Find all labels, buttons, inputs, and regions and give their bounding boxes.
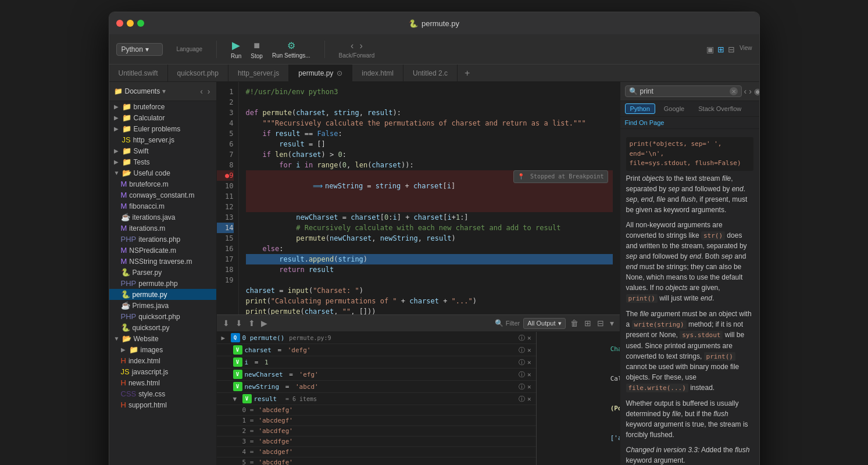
debug-layout-2-button[interactable]: ⊟: [596, 317, 605, 329]
chevron-down-icon: ▾: [558, 320, 562, 327]
run-button[interactable]: ▶ Run: [231, 39, 241, 59]
sidebar-item-iterations-java[interactable]: ☕ iterations.java: [109, 212, 216, 223]
debug-continue-button[interactable]: ▶: [260, 317, 269, 329]
stack-frame-0[interactable]: ▶ Q 0 permute() permute.py:9 ⓘ ✕: [217, 332, 536, 344]
search-next-button[interactable]: ›: [749, 87, 752, 96]
sidebar-item-index-html[interactable]: H index.html: [109, 355, 216, 366]
sidebar-item-nsstring[interactable]: M NSString traverse.m: [109, 256, 216, 267]
search-prev-button[interactable]: ‹: [744, 87, 747, 96]
maximize-button[interactable]: [137, 20, 144, 27]
code-line-5: if result == False:: [246, 128, 613, 139]
layout-icon-1[interactable]: ▣: [706, 45, 714, 54]
back-button[interactable]: ‹: [348, 40, 356, 52]
expand-icon: ▼: [114, 170, 120, 176]
sidebar-item-images[interactable]: ▶ 📁 images: [109, 344, 216, 355]
main-window: 🐍 permute.py Python ▾ Language ▶ Run ■ S…: [109, 12, 760, 465]
result-item-4: 4 = 'abcdgef': [217, 447, 536, 457]
sidebar-item-javascript-js[interactable]: JS javascript.js: [109, 366, 216, 377]
edit-icon: ✕: [527, 395, 531, 403]
doc-paragraph-5: Changed in version 3.3: Added the flush …: [626, 445, 753, 466]
edit-icon: ✕: [527, 346, 531, 354]
sidebar-item-quicksort-php[interactable]: PHP quicksort.php: [109, 311, 216, 322]
search-input[interactable]: [640, 87, 727, 95]
sidebar-item-swift[interactable]: ▶ 📁 Swift: [109, 145, 216, 156]
result-item-3: 3 = 'abcdfge': [217, 437, 536, 447]
debug-toolbar: ⬇ ⬇ ⬆ ▶ 🔍 Filter All Output ▾: [217, 315, 620, 332]
sidebar-item-http-server-js[interactable]: JS http_server.js: [109, 134, 216, 145]
code-editor[interactable]: #!/usr/bin/env python3 def permute(chars…: [239, 82, 620, 314]
sidebar-item-parser-py[interactable]: 🐍 Parser.py: [109, 267, 216, 278]
sidebar-item-useful-code[interactable]: ▼ 📂 Useful code: [109, 167, 216, 178]
add-tab-button[interactable]: +: [460, 68, 474, 78]
sidebar-item-style-css[interactable]: CSS style.css: [109, 388, 216, 399]
tab-untitled-2c[interactable]: Untitled 2.c: [403, 65, 458, 82]
sidebar-item-website[interactable]: ▼ 📂 Website: [109, 333, 216, 344]
sidebar-item-iterations-php[interactable]: PHP iterations.php: [109, 234, 216, 245]
clear-search-button[interactable]: ✕: [730, 87, 738, 95]
sidebar-item-euler[interactable]: ▶ 📁 Euler problems: [109, 123, 216, 134]
var-newstring: V newString = 'abcd' ⓘ ✕: [217, 381, 536, 393]
filter-icon: 🔍: [495, 319, 503, 327]
language-selector[interactable]: Python ▾: [116, 43, 163, 56]
sidebar-item-iterations-m[interactable]: M iterations.m: [109, 223, 216, 234]
title-bar: 🐍 permute.py: [109, 12, 759, 34]
sidebar-item-conways[interactable]: M conways_constant.m: [109, 189, 216, 201]
debug-step-out-button[interactable]: ⬆: [247, 317, 256, 329]
layout-icon-3[interactable]: ⊟: [728, 45, 735, 54]
sidebar-item-primes-java[interactable]: ☕ Primes.java: [109, 300, 216, 311]
php-file-icon: PHP: [121, 279, 137, 288]
google-search-button[interactable]: Google: [659, 103, 690, 114]
sidebar-item-calculator[interactable]: ▶ 📁 Calculator: [109, 112, 216, 123]
sidebar-tree: ▶ 📁 bruteforce ▶ 📁 Calculator ▶ 📁 Euler …: [109, 101, 216, 465]
debug-console[interactable]: Charset: abcdefg Calculating permutation…: [537, 332, 620, 465]
search-highlight-button[interactable]: ◉: [754, 87, 759, 96]
folder-icon: 📁: [122, 146, 131, 155]
var-result[interactable]: ▼ V result = 6 items ⓘ ✕: [217, 393, 536, 405]
forward-button[interactable]: ›: [357, 40, 365, 52]
sidebar-item-bruteforce-m[interactable]: M bruteforce.m: [109, 178, 216, 189]
sidebar-item-quicksort-py[interactable]: 🐍 quicksort.py: [109, 322, 216, 333]
tab-http-server-js[interactable]: http_server.js: [228, 65, 289, 82]
tab-quicksort-php[interactable]: quicksort.php: [168, 65, 228, 82]
edit-icon: ✕: [527, 383, 531, 391]
sidebar-item-bruteforce[interactable]: ▶ 📁 bruteforce: [109, 101, 216, 112]
sidebar-collapse-button[interactable]: ‹: [199, 85, 204, 97]
stop-button[interactable]: ■ Stop: [251, 40, 263, 59]
frame-icon: Q: [231, 333, 240, 342]
chevron-down-icon: ▾: [145, 45, 149, 53]
html-file-icon: H: [121, 400, 126, 409]
sidebar-item-nspredicate[interactable]: M NSPredicate.m: [109, 245, 216, 256]
debug-more-button[interactable]: ▾: [609, 317, 615, 329]
stackoverflow-button[interactable]: Stack Overflow: [693, 103, 746, 114]
tab-permute-py[interactable]: permute.py ⊙: [289, 65, 352, 82]
close-button[interactable]: [116, 20, 123, 27]
layout-icon-2[interactable]: ⊞: [717, 45, 724, 54]
debug-step-over-button[interactable]: ⬇: [234, 317, 244, 329]
output-selector[interactable]: All Output ▾: [523, 318, 565, 329]
code-line-12: permute(newCharset, newString, result): [246, 233, 613, 244]
debug-clear-button[interactable]: 🗑: [569, 317, 580, 329]
folder-icon: 📁: [114, 87, 123, 95]
var-newcharset: V newCharset = 'efg' ⓘ ✕: [217, 369, 536, 381]
php-file-icon: PHP: [121, 235, 137, 244]
tab-untitled-swift[interactable]: Untitled.swift: [109, 65, 168, 82]
run-settings-button[interactable]: ⚙ Run Settings...: [272, 40, 310, 59]
sidebar-item-permute-py[interactable]: 🐍 permute.py: [109, 289, 216, 300]
sidebar-title: 📁 Documents ▾: [114, 87, 166, 95]
minimize-button[interactable]: [127, 20, 134, 27]
doc-paragraph-3: The file argument must be an object with…: [626, 309, 753, 394]
python-docs-button[interactable]: Python: [625, 103, 655, 114]
sidebar-item-support-html[interactable]: H support.html: [109, 399, 216, 410]
sidebar-item-permute-php[interactable]: PHP permute.php: [109, 278, 216, 289]
sidebar-item-fibonacci[interactable]: M fibonacci.m: [109, 201, 216, 212]
folder-icon: 📁: [122, 158, 131, 166]
sidebar-item-tests[interactable]: ▶ 📁 Tests: [109, 156, 216, 167]
sidebar-expand-button[interactable]: ›: [206, 85, 212, 97]
tab-index-html[interactable]: index.html: [352, 65, 403, 82]
debug-layout-1-button[interactable]: ⊞: [583, 317, 592, 329]
debug-step-into-button[interactable]: ⬇: [222, 317, 231, 329]
find-on-page-button[interactable]: Find On Page: [620, 117, 759, 129]
toolbar: Python ▾ Language ▶ Run ■ Stop ⚙ Run Set…: [109, 34, 759, 65]
result-item-0: 0 = 'abcdefg': [217, 405, 536, 416]
sidebar-item-news-html[interactable]: H news.html: [109, 377, 216, 388]
